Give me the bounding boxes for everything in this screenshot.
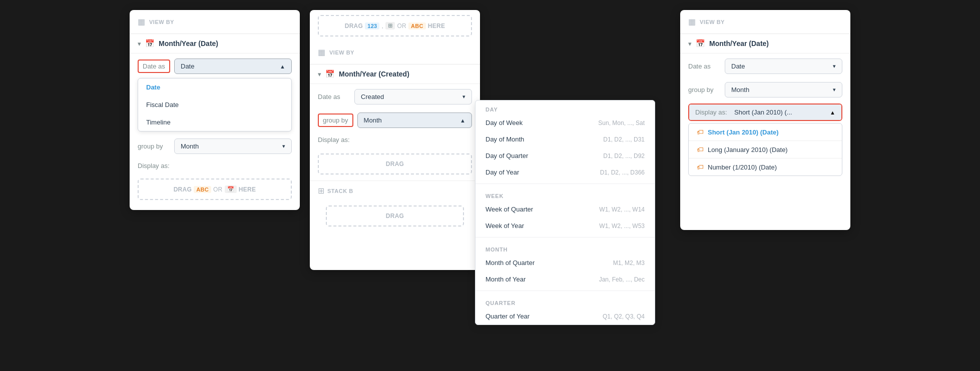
chevron-down-icon2: ▾ [282,143,285,150]
day-of-month-row[interactable]: Day of Month D1, D2, ..., D31 [475,131,655,148]
groupby-label4: group by [688,86,721,94]
groupby-value: Month [181,142,199,150]
chart-icon: ▦ [138,17,145,26]
day-of-year-row[interactable]: Day of Year D1, D2, ..., D366 [475,164,655,180]
display-item-number[interactable]: 🏷 Number (1/2010) (Date) [689,158,842,176]
panel1-groupby-row: group by Month ▾ [130,134,300,158]
panel1-displayas-row: Display as: [130,158,300,174]
display-item-short[interactable]: 🏷 Short (Jan 2010) (Date) [689,124,842,140]
divider-2 [475,237,655,238]
tag-icon3: 🏷 [697,163,704,171]
month-of-quarter-row[interactable]: Month of Quarter M1, M2, M3 [475,254,655,271]
dateas-label2: Date as [318,93,350,100]
stack-header: ⊞ STACK B [318,186,472,200]
panel-4: ▦ VIEW BY ▾ 📅 Month/Year (Date) Date as … [680,10,850,230]
panel4-field-label: Month/Year (Date) [709,40,769,48]
day-of-week-row[interactable]: Day of Week Sun, Mon, ..., Sat [475,114,655,131]
groupby-dropdown2[interactable]: Month ▲ [357,112,472,128]
panel1-title: VIEW BY [149,19,174,25]
chevron-down-icon6: ▾ [833,63,836,70]
quarter-of-year-row[interactable]: Quarter of Year Q1, Q2, Q3, Q4 [475,308,655,324]
panel2-header: ▦ VIEW BY [310,40,480,64]
drag-label-mid: DRAG [386,160,404,168]
stack-icon: ⊞ [318,186,324,196]
groupby-value4: Month [731,86,749,94]
display-item-long[interactable]: 🏷 Long (January 2010) (Date) [689,140,842,158]
calendar-icon3: 📅 [696,39,705,48]
dateas-dropdown2[interactable]: Created ▾ [354,89,472,104]
chevron-up-icon3: ▲ [830,110,835,116]
day-of-quarter: Day of Quarter [485,152,528,160]
week-of-year-row[interactable]: Week of Year W1, W2, ..., W53 [475,218,655,234]
menu-item-fiscal[interactable]: Fiscal Date [138,96,291,114]
day-of-quarter-row[interactable]: Day of Quarter D1, D2, ..., D92 [475,148,655,164]
groupby-dropdown4[interactable]: Month ▾ [725,82,842,98]
tag-icon1: 🏷 [697,128,704,136]
panel-3-dropdown: DAY Day of Week Sun, Mon, ..., Sat Day o… [475,100,655,325]
menu-item-timeline[interactable]: Timeline [138,114,291,131]
divider-3 [475,290,655,291]
dateas-label4: Date as [688,62,721,70]
panel1-dateas-row: Date as Date ▲ [130,54,300,78]
dateas-dropdown4[interactable]: Date ▾ [725,58,842,74]
dateas-value4: Date [731,62,745,70]
chevron-down-icon7: ▾ [833,86,836,93]
groupby-dropdown[interactable]: Month ▾ [174,138,292,154]
quarter-of-year: Quarter of Year [485,312,530,320]
panel1-field-label: Month/Year (Date) [159,40,218,48]
week-of-quarter-row[interactable]: Week of Quarter W1, W2, ..., W14 [475,201,655,218]
groupby-label: group by [138,142,170,150]
display-label-long: Long (January 2010) (Date) [708,146,788,154]
panel2-dateas-row: Date as Created ▾ [310,84,480,108]
menu-item-date[interactable]: Date [138,78,291,96]
divider-1 [475,184,655,184]
chart-icon3: ▦ [688,17,696,26]
day-of-quarter-hint: D1, D2, ..., D92 [603,152,645,160]
month-of-year-hint: Jan, Feb, ..., Dec [599,276,645,283]
day-of-month: Day of Month [485,136,524,143]
dateas-dropdown[interactable]: Date ▲ [174,58,292,74]
drag-text-bot: DRAG [333,212,457,220]
displayas-menu: 🏷 Short (Jan 2010) (Date) 🏷 Long (Januar… [688,123,842,176]
or-text: OR [213,186,223,193]
displayas-value-container[interactable]: Short (Jan 2010) (... ▲ [734,108,835,116]
display-label-short: Short (Jan 2010) (Date) [708,128,779,136]
chevron-up-icon: ▲ [280,64,285,70]
here-text: HERE [239,186,256,193]
quarter-of-year-hint: Q1, Q2, Q3, Q4 [603,313,645,320]
chart-icon2: ▦ [318,48,325,57]
panel-2: DRAG 123 , ⊞ OR ABC HERE ▦ VIEW BY ▾ 📅 M… [310,10,480,270]
tag-icon2: 🏷 [697,146,704,154]
panel2-drag-bottom: DRAG [326,206,464,226]
displayas-label2: Display as: [318,136,350,144]
chevron-down-icon[interactable]: ▾ [138,40,141,48]
display-label-number: Number (1/2010) (Date) [708,164,777,171]
day-of-week-hint: Sun, Mon, ..., Sat [598,120,645,126]
drag-text-top: DRAG 123 , ⊞ OR ABC HERE [325,22,465,30]
day-of-week: Day of Week [485,119,523,126]
panel1-header: ▦ VIEW BY [130,10,300,34]
panel-1: ▦ VIEW BY ▾ 📅 Month/Year (Date) Date as … [130,10,300,210]
chevron-down-icon5[interactable]: ▾ [688,40,692,48]
panel2-drag-mid: DRAG [318,154,472,174]
drag-badge-abc: ABC [194,186,211,193]
week-of-year-hint: W1, W2, ..., W53 [599,222,645,230]
displayas-label4: Display as: [695,108,730,116]
dateas-value2: Created [361,93,384,100]
panel4-title: VIEW BY [700,19,725,25]
or-text2: OR [397,22,406,30]
section-month: MONTH [475,240,655,254]
panel4-dateas-row: Date as Date ▾ [680,54,850,78]
chevron-down-icon3[interactable]: ▾ [318,70,321,78]
week-of-quarter: Week of Quarter [485,206,533,213]
panel4-groupby-row: group by Month ▾ [680,78,850,102]
chevron-down-icon4: ▾ [462,94,465,100]
panel4-header: ▦ VIEW BY [680,10,850,34]
drag-text: DRAG ABC OR 📅 HERE [145,186,285,193]
month-of-year-row[interactable]: Month of Year Jan, Feb, ..., Dec [475,271,655,288]
groupby-label-highlighted: group by [318,114,353,127]
drag-label: DRAG [174,186,192,193]
dateas-value: Date [181,62,194,70]
drag-badge-123: 123 [365,22,379,30]
comma: , [381,22,383,30]
